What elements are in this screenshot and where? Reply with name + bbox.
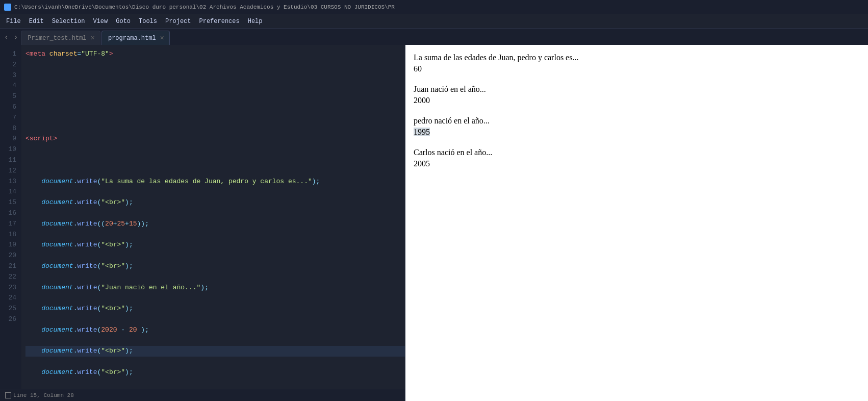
preview-line-8: 2005 — [414, 159, 860, 168]
tab-programa[interactable]: programa.html × — [101, 31, 170, 45]
status-indicator — [5, 392, 11, 398]
tab-bar: ‹ › Primer_test.html × programa.html × — [0, 29, 868, 45]
preview-line-1: La suma de las edades de Juan, pedro y c… — [414, 53, 860, 62]
main-area: 1 2 3 4 5 6 7 8 9 10 11 12 13 14 15 16 1… — [0, 45, 868, 401]
preview-line-5: pedro nació en el año... — [414, 116, 860, 126]
editor-panel: 1 2 3 4 5 6 7 8 9 10 11 12 13 14 15 16 1… — [0, 45, 405, 401]
status-position: Line 15, Column 28 — [13, 392, 74, 398]
preview-line-4: 2000 — [414, 96, 860, 105]
preview-line-7: Carlos nació en el año... — [414, 148, 860, 157]
menu-goto[interactable]: Goto — [112, 16, 135, 27]
title-path: C:\Users\ivanh\OneDrive\Documentos\Disco… — [14, 4, 395, 10]
line-numbers: 1 2 3 4 5 6 7 8 9 10 11 12 13 14 15 16 1… — [0, 45, 21, 389]
menu-preferences[interactable]: Preferences — [195, 16, 244, 27]
tab-programa-close[interactable]: × — [160, 35, 164, 42]
tab-primer-test[interactable]: Primer_test.html × — [21, 31, 100, 45]
menu-file[interactable]: File — [2, 16, 25, 27]
tab-next-button[interactable]: › — [12, 31, 20, 42]
menu-project[interactable]: Project — [161, 16, 195, 27]
status-bar: Line 15, Column 28 — [0, 389, 405, 401]
preview-line-3: Juan nació en el año... — [414, 85, 860, 94]
app-icon — [4, 4, 11, 11]
menu-edit[interactable]: Edit — [25, 16, 48, 27]
menu-tools[interactable]: Tools — [135, 16, 161, 27]
menu-help[interactable]: Help — [244, 16, 267, 27]
tab-primer-test-close[interactable]: × — [91, 35, 95, 42]
title-bar: C:\Users\ivanh\OneDrive\Documentos\Disco… — [0, 0, 868, 14]
preview-line-6: 1995 — [414, 128, 860, 137]
tab-programa-label: programa.html — [108, 35, 156, 42]
preview-panel: La suma de las edades de Juan, pedro y c… — [405, 45, 868, 401]
code-area[interactable]: 1 2 3 4 5 6 7 8 9 10 11 12 13 14 15 16 1… — [0, 45, 405, 389]
tab-primer-test-label: Primer_test.html — [28, 35, 86, 42]
highlighted-1995: 1995 — [414, 128, 430, 136]
menu-view[interactable]: View — [89, 16, 112, 27]
code-content[interactable]: <meta charset="UTF-8"> <script> document… — [21, 45, 405, 389]
menu-bar: File Edit Selection View Goto Tools Proj… — [0, 14, 868, 29]
menu-selection[interactable]: Selection — [48, 16, 89, 27]
tab-prev-button[interactable]: ‹ — [2, 31, 11, 42]
preview-line-2: 60 — [414, 64, 860, 73]
